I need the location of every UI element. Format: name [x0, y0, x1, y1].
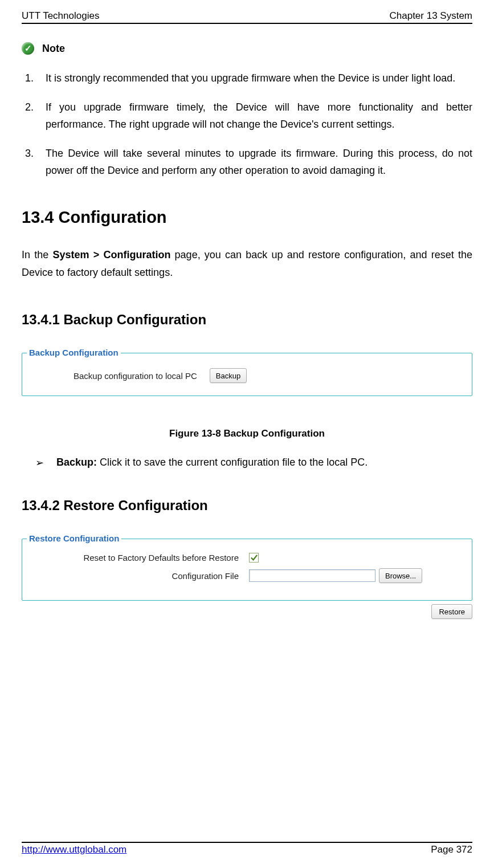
chevron-right-icon: ➢	[35, 457, 44, 469]
list-item: If you upgrade firmware timely, the Devi…	[36, 99, 472, 133]
configuration-file-input[interactable]	[249, 569, 375, 582]
backup-configuration-panel: Backup Configuration Backup configuratio…	[22, 353, 472, 396]
configuration-file-label: Configuration File	[51, 571, 249, 581]
panel-legend: Restore Configuration	[27, 533, 121, 543]
bullet-text: Click it to save the current configurati…	[97, 457, 368, 468]
section-heading-backup: 13.4.1 Backup Configuration	[22, 312, 472, 328]
button-label: Backup	[216, 372, 240, 380]
header-right: Chapter 13 System	[389, 10, 472, 22]
header-left: UTT Technologies	[22, 10, 99, 22]
browse-button[interactable]: Browse...	[379, 568, 422, 583]
footer-page-number: Page 372	[431, 844, 472, 855]
restore-button[interactable]: Restore	[431, 604, 472, 619]
restore-configuration-panel: Restore Configuration Reset to Factory D…	[22, 539, 472, 601]
bullet-item: ➢ Backup: Click it to save the current c…	[35, 457, 472, 469]
panel-legend: Backup Configuration	[27, 348, 121, 357]
section-heading-configuration: 13.4 Configuration	[22, 208, 472, 227]
para-bold: System > Configuration	[52, 249, 170, 260]
note-list: It is strongly recommended that you upgr…	[22, 70, 472, 180]
button-label: Restore	[439, 608, 465, 616]
para-text: In the	[22, 249, 52, 260]
backup-button[interactable]: Backup	[210, 368, 247, 383]
check-circle-icon: ✓	[22, 42, 34, 55]
figure-caption: Figure 13-8 Backup Configuration	[22, 428, 472, 439]
reset-defaults-label: Reset to Factory Defaults before Restore	[51, 553, 249, 563]
button-label: Browse...	[385, 572, 416, 580]
list-item: The Device will take several minutes to …	[36, 145, 472, 180]
reset-defaults-checkbox[interactable]	[249, 553, 259, 563]
bullet-bold: Backup:	[56, 457, 97, 468]
section-heading-restore: 13.4.2 Restore Configuration	[22, 498, 472, 514]
footer-link[interactable]: http://www.uttglobal.com	[22, 844, 126, 855]
section-intro-paragraph: In the System > Configuration page, you …	[22, 246, 472, 281]
backup-description-label: Backup configuration to local PC	[74, 371, 197, 381]
list-item: It is strongly recommended that you upgr…	[36, 70, 472, 87]
note-label: Note	[42, 43, 65, 55]
